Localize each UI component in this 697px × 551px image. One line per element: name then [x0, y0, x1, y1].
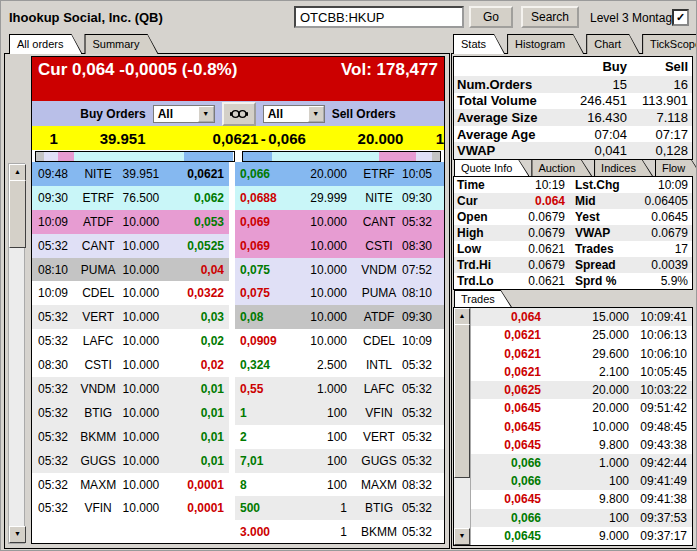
sell-order-row[interactable]: 3.0001BKMM05:32: [235, 520, 444, 543]
tab-flow[interactable]: Flow: [655, 159, 697, 176]
bid-order-count: 1: [32, 130, 75, 147]
sell-order-row[interactable]: 0,07510.000PUMA08:10: [235, 281, 444, 305]
chevron-down-icon[interactable]: ▼: [198, 106, 214, 122]
buy-order-row[interactable]: 08:30CSTI10.0000,02: [32, 353, 229, 377]
sell-order-row[interactable]: 0,06910.000CANT05:32: [235, 210, 444, 234]
buy-order-row[interactable]: 09:48NITE39.9510,0621: [32, 162, 229, 186]
sell-order-row[interactable]: 0,090910.000CDEL10:09: [235, 329, 444, 353]
trades-scrollbar-thumb[interactable]: [454, 324, 470, 478]
tab-stats[interactable]: Stats: [453, 34, 505, 54]
scroll-up-icon[interactable]: ▲: [454, 308, 470, 325]
sell-order-row[interactable]: 0,068829.999NITE09:30: [235, 186, 444, 210]
market-maker-id: MAXM: [356, 478, 402, 492]
order-size: 76.500: [123, 191, 174, 205]
sell-order-row[interactable]: 0,0810.000ATDF09:30: [235, 305, 444, 329]
order-size: 20.000: [298, 167, 356, 181]
search-button[interactable]: Search: [521, 6, 579, 28]
buy-filter-select[interactable]: All ▼: [153, 105, 215, 123]
trade-row: 0,062129.60010:06:10: [471, 344, 692, 362]
sell-order-row[interactable]: 0,06910.000CSTI08:30: [235, 234, 444, 258]
link-filters-button[interactable]: [222, 102, 256, 126]
trade-size: 1.000: [541, 456, 629, 470]
quote-row-trd-lo: Trd.Lo0.0621Sprd %5.9%: [454, 273, 692, 289]
scroll-down-icon[interactable]: ▼: [454, 528, 470, 545]
quote-value: 0.0679: [503, 258, 565, 272]
sell-order-row[interactable]: 5001BTIG05:32: [235, 496, 444, 520]
book-scrollbar-thumb[interactable]: [9, 180, 26, 248]
quote-row-high: High0.0679VWAP0.0679: [454, 225, 692, 241]
trade-size: 9.800: [541, 438, 629, 452]
tab-tickscope[interactable]: TickScope: [642, 34, 697, 54]
tab-auction[interactable]: Auction: [531, 159, 592, 176]
bid-price: 0,01: [173, 430, 229, 444]
sell-order-row[interactable]: 0,06620.000ETRF10:05: [235, 162, 444, 186]
level3-montage-checkbox[interactable]: ✓: [672, 9, 689, 26]
buy-order-row[interactable]: 05:32VNDM10.0000,01: [32, 377, 229, 401]
sell-order-row[interactable]: 0,551.000LAFC05:32: [235, 377, 444, 401]
buy-order-row[interactable]: 05:32VERT10.0000,03: [32, 305, 229, 329]
sell-depth-segment: [243, 152, 273, 161]
order-size: 10.000: [123, 430, 174, 444]
best-ask: 0,066: [268, 130, 325, 147]
trade-row: 0,062125.00010:06:13: [471, 326, 692, 344]
go-button[interactable]: Go: [469, 6, 513, 28]
buy-order-row[interactable]: 09:30ETRF76.5000,062: [32, 186, 229, 210]
sell-filter-select[interactable]: All ▼: [263, 105, 325, 123]
buy-order-row[interactable]: 05:32BTIG10.0000,01: [32, 401, 229, 425]
buy-order-row[interactable]: 05:32CANT10.0000,0525: [32, 234, 229, 258]
buy-order-row[interactable]: 05:32MAXM10.0000,0001: [32, 473, 229, 497]
sell-order-row[interactable]: 8100MAXM08:32: [235, 473, 444, 497]
order-size: 10.000: [123, 501, 174, 515]
order-size: 10.000: [298, 263, 356, 277]
book-scrollbar[interactable]: ▲ ▼: [8, 163, 25, 544]
buy-order-row[interactable]: 10:09ATDF10.0000,053: [32, 210, 229, 234]
bid-price: 0,01: [173, 406, 229, 420]
bid-price: 0,01: [173, 382, 229, 396]
quote-info-box: Time10:19Lst.Chg10:09Cur0.064Mid0.06405O…: [453, 176, 693, 290]
buy-order-row[interactable]: [32, 520, 229, 543]
symbol-input[interactable]: [294, 6, 464, 28]
order-size: 100: [298, 478, 356, 492]
market-maker-id: BTIG: [74, 406, 123, 420]
quote-value: 0.0645: [631, 210, 692, 224]
order-filter-bar: Buy Orders All ▼ All ▼ S: [32, 101, 444, 126]
ask-total-size: 20.000: [325, 130, 435, 147]
sell-order-row[interactable]: 1100VFIN05:32: [235, 401, 444, 425]
trades-scrollbar[interactable]: ▲ ▼: [454, 308, 471, 545]
tab-summary[interactable]: Summary: [84, 34, 158, 54]
sell-order-row[interactable]: 2100VERT05:32: [235, 425, 444, 449]
scroll-up-icon[interactable]: ▲: [9, 164, 26, 181]
tab-histogram[interactable]: Histogram: [507, 34, 584, 54]
buy-order-row[interactable]: 10:09CDEL10.0000,0322: [32, 281, 229, 305]
check-icon: ✓: [676, 11, 685, 23]
quote-label: Trd.Hi: [454, 258, 503, 272]
ask-price: 0,0688: [235, 191, 298, 205]
trades-tabstrip: Trades: [454, 290, 512, 307]
tab-indices[interactable]: Indices: [594, 159, 653, 176]
tab-chart[interactable]: Chart: [586, 34, 640, 54]
order-time: 10:05: [402, 167, 444, 181]
buy-order-row[interactable]: 05:32LAFC10.0000,02: [32, 329, 229, 353]
tab-quote-info[interactable]: Quote Info: [454, 159, 529, 176]
buy-order-row[interactable]: 05:32BKMM10.0000,01: [32, 425, 229, 449]
ask-price: 0,066: [235, 167, 298, 181]
quote-value: 5.9%: [631, 274, 692, 288]
sell-order-row[interactable]: 7,01100GUGS05:32: [235, 449, 444, 473]
sell-order-row[interactable]: 0,3242.500INTL05:32: [235, 353, 444, 377]
sell-order-row[interactable]: 0,07510.000VNDM07:52: [235, 258, 444, 282]
buy-depth-segment: [74, 152, 185, 161]
quote-value: 0.0679: [631, 226, 692, 240]
tab-trades[interactable]: Trades: [454, 290, 512, 307]
buy-order-row[interactable]: 05:32VFIN10.0000,0001: [32, 496, 229, 520]
buy-order-row[interactable]: 05:32GUGS10.0000,01: [32, 449, 229, 473]
trade-size: 100: [541, 511, 629, 525]
chevron-down-icon[interactable]: ▼: [308, 106, 324, 122]
buy-order-row[interactable]: 08:10PUMA10.0000,04: [32, 258, 229, 282]
tab-all-orders[interactable]: All orders: [9, 34, 82, 54]
scroll-down-icon[interactable]: ▼: [9, 526, 26, 543]
order-time: 05:32: [32, 478, 74, 492]
trade-row: 0,06415.00010:09:41: [471, 308, 692, 326]
order-size: 29.999: [298, 191, 356, 205]
order-size: 10.000: [298, 215, 356, 229]
order-size: 1: [298, 501, 356, 515]
